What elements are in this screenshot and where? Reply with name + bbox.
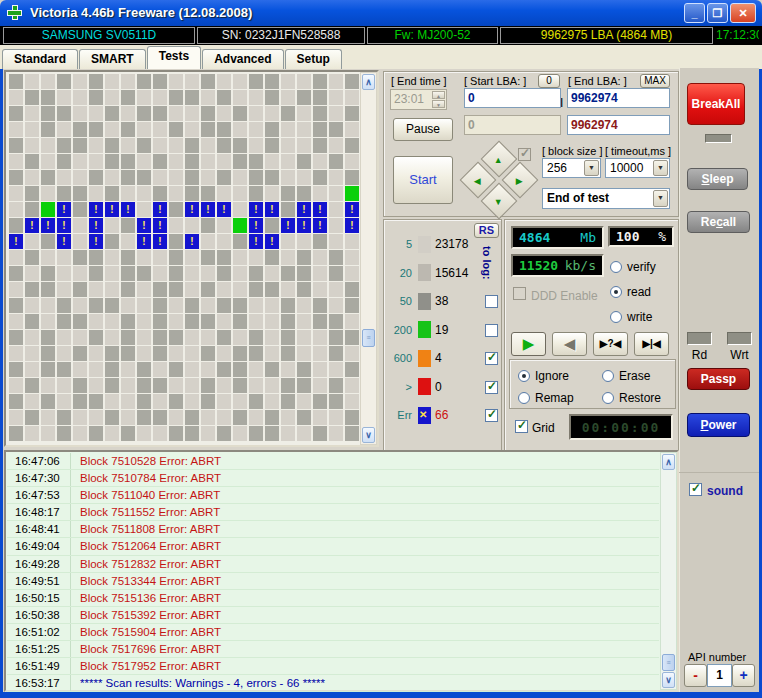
- pause-button[interactable]: Pause: [393, 118, 453, 141]
- seek-end-button[interactable]: ▶|◀: [634, 332, 669, 356]
- action-radio[interactable]: [518, 370, 530, 382]
- grid-cell: [265, 426, 279, 441]
- grid-cell: [313, 74, 327, 89]
- action-ignore[interactable]: Ignore: [518, 366, 602, 385]
- grid-cell: [41, 314, 55, 329]
- end-lba-input[interactable]: 9962974: [567, 88, 670, 108]
- mode-verify[interactable]: verify: [610, 254, 676, 279]
- action-remap[interactable]: Remap: [518, 388, 602, 407]
- grid-cell: [73, 90, 87, 105]
- ddd-checkbox[interactable]: [513, 287, 526, 300]
- tab-advanced[interactable]: Advanced: [202, 49, 283, 69]
- timeout-select[interactable]: 10000 ▼: [605, 158, 670, 178]
- grid-cell: [281, 250, 295, 265]
- grid-cell: [313, 362, 327, 377]
- log-scrollbar[interactable]: ∧ ≡ ∨: [660, 452, 677, 690]
- grid-cell: [25, 362, 39, 377]
- end-time-spin-up-icon[interactable]: ▲: [432, 91, 445, 99]
- tab-standard[interactable]: Standard: [2, 49, 78, 69]
- grid-cell: [25, 122, 39, 137]
- tab-smart[interactable]: SMART: [79, 49, 146, 69]
- end-action-select[interactable]: End of test ▼: [542, 188, 670, 209]
- stat-color-block: [418, 350, 431, 367]
- break-all-button[interactable]: Break All: [687, 83, 745, 125]
- grid-cell: [185, 106, 199, 121]
- grid-cell: [89, 106, 103, 121]
- grid-cell: [73, 314, 87, 329]
- sound-label: sound: [707, 484, 743, 498]
- grid-cell: [217, 282, 231, 297]
- end-action-dropdown-icon[interactable]: ▼: [653, 190, 668, 207]
- stat-color-block: [418, 264, 431, 281]
- tab-setup[interactable]: Setup: [285, 49, 342, 69]
- to-log-checkbox->[interactable]: [485, 381, 498, 394]
- block-size-select[interactable]: 256 ▼: [542, 158, 601, 178]
- grid-cell: [265, 154, 279, 169]
- grid-cell: [217, 90, 231, 105]
- percent-unit: %: [658, 229, 666, 244]
- to-log-checkbox-err[interactable]: [485, 409, 498, 422]
- grid-cell: [265, 186, 279, 201]
- grid-cell: [313, 170, 327, 185]
- grid-cell: [25, 154, 39, 169]
- minimize-button[interactable]: _: [684, 3, 705, 23]
- grid-cell: [185, 426, 199, 441]
- seek-question-button[interactable]: ▶?◀: [593, 332, 628, 356]
- action-label: Ignore: [535, 369, 569, 383]
- grid-cell: [105, 122, 119, 137]
- to-log-checkbox-600[interactable]: [485, 352, 498, 365]
- passp-button[interactable]: Passp: [687, 368, 750, 390]
- grid-cell: [313, 122, 327, 137]
- action-radio[interactable]: [602, 392, 614, 404]
- api-number-minus-button[interactable]: -: [684, 664, 707, 687]
- action-restore[interactable]: Restore: [602, 388, 682, 407]
- grid-cell: [345, 410, 359, 425]
- grid-cell: [153, 266, 167, 281]
- grid-cell: [201, 250, 215, 265]
- action-erase[interactable]: Erase: [602, 366, 682, 385]
- end-time-spin-down-icon[interactable]: ▼: [432, 100, 445, 108]
- log-scroll-up-icon[interactable]: ∧: [662, 454, 675, 470]
- recall-button[interactable]: Recall: [687, 211, 750, 233]
- log-scroll-down-icon[interactable]: ∨: [662, 672, 675, 688]
- grid-scroll-thumb[interactable]: ≡: [362, 329, 375, 347]
- mode-read[interactable]: read: [610, 279, 676, 304]
- mode-radio[interactable]: [610, 286, 622, 298]
- grid-cell: [25, 426, 39, 441]
- tab-tests[interactable]: Tests: [147, 46, 201, 69]
- grid-scroll-down-icon[interactable]: ∨: [362, 427, 375, 443]
- mode-write[interactable]: write: [610, 304, 676, 329]
- grid-cell: [201, 346, 215, 361]
- grid-scrollbar[interactable]: ∧ ≡ ∨: [360, 72, 377, 445]
- start-lba-input[interactable]: 0: [464, 88, 561, 108]
- scan-back-button[interactable]: ◀: [552, 332, 587, 356]
- scan-forward-button[interactable]: ▶: [511, 332, 546, 356]
- grid-cell: [121, 314, 135, 329]
- grid-cell: [265, 250, 279, 265]
- action-radio[interactable]: [602, 370, 614, 382]
- to-log-checkbox-200[interactable]: [485, 324, 498, 337]
- grid-cell: [345, 394, 359, 409]
- end-time-spinner[interactable]: 23:01 ▲ ▼: [390, 89, 447, 110]
- mode-radio[interactable]: [610, 311, 622, 323]
- close-button[interactable]: ✕: [730, 3, 756, 23]
- log-scroll-thumb[interactable]: ≡: [662, 654, 675, 671]
- sound-checkbox[interactable]: [689, 483, 702, 496]
- title-bar[interactable]: Victoria 4.46b Freeware (12.08.2008) _ ❐…: [0, 0, 762, 26]
- nav-checkbox[interactable]: [518, 148, 531, 161]
- api-number-plus-button[interactable]: +: [732, 664, 755, 687]
- grid-checkbox[interactable]: [515, 420, 528, 433]
- power-button[interactable]: Power: [687, 413, 750, 437]
- block-size-dropdown-icon[interactable]: ▼: [584, 160, 599, 176]
- start-button[interactable]: Start: [393, 156, 453, 204]
- grid-cell: [57, 170, 71, 185]
- maximize-button[interactable]: ❐: [707, 3, 728, 23]
- action-radio[interactable]: [518, 392, 530, 404]
- sleep-button[interactable]: Sleep: [687, 168, 748, 190]
- grid-scroll-up-icon[interactable]: ∧: [362, 74, 375, 90]
- mode-radio[interactable]: [610, 261, 622, 273]
- end-lba-max-button[interactable]: MAX: [640, 74, 670, 88]
- start-lba-reset-button[interactable]: 0: [538, 74, 560, 88]
- timeout-dropdown-icon[interactable]: ▼: [653, 160, 668, 176]
- to-log-checkbox-50[interactable]: [485, 295, 498, 308]
